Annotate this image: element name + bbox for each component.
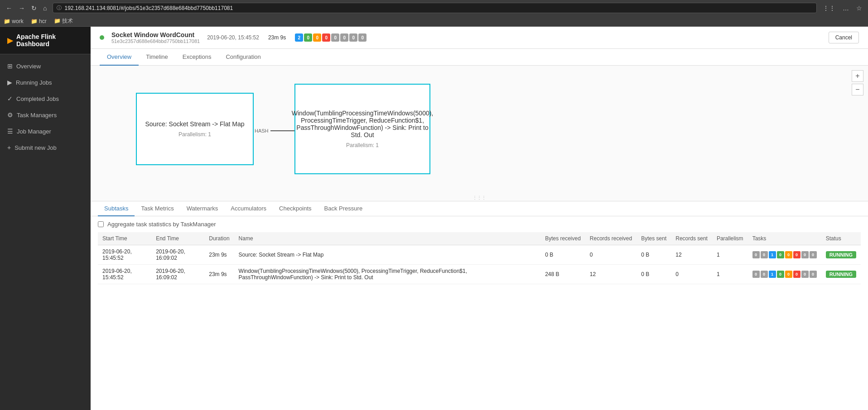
badge-0: 2 — [295, 33, 303, 42]
sidebar-label-completed-jobs: Completed Jobs — [16, 95, 59, 102]
zoom-out-button[interactable]: − — [852, 84, 863, 95]
job-duration: 23m 9s — [268, 34, 286, 41]
data-table: Start Time End Time Duration Name Bytes … — [98, 232, 861, 284]
menu-button[interactable]: … — [840, 4, 851, 13]
job-manager-icon: ☰ — [7, 128, 13, 135]
subtab-checkpoints[interactable]: Checkpoints — [273, 201, 318, 216]
window-node-label: Window(TumblingProcessingTimeWindows(500… — [292, 110, 434, 138]
subtab-back-pressure[interactable]: Back Pressure — [318, 201, 369, 216]
tab-exceptions[interactable]: Exceptions — [175, 49, 219, 66]
cell-1-row-1: 2019-06-20, 16:09:02 — [151, 265, 204, 284]
col-name: Name — [234, 232, 541, 245]
zoom-in-button[interactable]: + — [852, 70, 863, 82]
tab-configuration[interactable]: Configuration — [218, 49, 268, 66]
badge-3: 0 — [322, 33, 330, 42]
table-row: 2019-06-20, 15:45:522019-06-20, 16:09:02… — [98, 245, 861, 265]
col-records-received: Records received — [585, 232, 637, 245]
aggregate-checkbox[interactable] — [98, 221, 104, 227]
cancel-button[interactable]: Cancel — [829, 32, 859, 43]
browser-nav-buttons: ← → ↻ ⌂ — [4, 4, 49, 13]
extensions-button[interactable]: ⋮⋮ — [820, 4, 838, 13]
job-meta: 2019-06-20, 15:45:52 23m 9s 2 0 0 0 0 0 … — [207, 33, 366, 42]
cell-tasks-row-0: 00100000 — [748, 245, 821, 265]
tab-overview[interactable]: Overview — [100, 49, 139, 66]
graph-controls: + − — [852, 70, 863, 95]
graph-node-source[interactable]: Source: Socket Stream -> Flat Map Parall… — [136, 93, 254, 165]
home-button[interactable]: ⌂ — [41, 4, 49, 13]
sidebar-item-completed-jobs[interactable]: ✓ Completed Jobs — [0, 91, 91, 107]
subtab-task-metrics[interactable]: Task Metrics — [135, 201, 180, 216]
bookmark-work[interactable]: 📁 work — [4, 17, 24, 25]
cell-1-row-0: 2019-06-20, 16:09:02 — [151, 245, 204, 265]
address-text: 192.168.241.134:8081/#/jobs/51e3c2357d68… — [64, 5, 233, 11]
cell-8-row-1: 1 — [712, 265, 748, 284]
bookmark-tech[interactable]: 📁 技术 — [54, 17, 73, 25]
sidebar-item-running-jobs[interactable]: ▶ Running Jobs — [0, 74, 91, 91]
badge-1: 0 — [304, 33, 312, 42]
cell-6-row-0: 0 B — [637, 245, 671, 265]
bottom-panel: Subtasks Task Metrics Watermarks Accumul… — [91, 201, 868, 410]
graph-node-window[interactable]: Window(TumblingProcessingTimeWindows(500… — [294, 84, 430, 174]
bookmark-hcr[interactable]: 📁 hcr — [31, 17, 47, 25]
tab-timeline[interactable]: Timeline — [139, 49, 175, 66]
cell-5-row-1: 12 — [585, 265, 637, 284]
col-tasks: Tasks — [748, 232, 821, 245]
back-button[interactable]: ← — [4, 4, 14, 13]
cell-status-row-0: RUNNING — [821, 245, 861, 265]
subtab-watermarks[interactable]: Watermarks — [180, 201, 225, 216]
sidebar-item-job-manager[interactable]: ☰ Job Manager — [0, 123, 91, 139]
subtab-subtasks[interactable]: Subtasks — [98, 201, 135, 216]
sidebar-item-submit-job[interactable]: + Submit new Job — [0, 139, 91, 156]
cell-0-row-1: 2019-06-20, 15:45:52 — [98, 265, 151, 284]
badge-2: 0 — [313, 33, 321, 42]
cell-6-row-1: 0 B — [637, 265, 671, 284]
job-info: Socket Window WordCount 51e3c2357d688e68… — [100, 31, 366, 44]
badge-4: 0 — [331, 33, 339, 42]
sidebar-label-running-jobs: Running Jobs — [16, 79, 52, 86]
lock-icon: ⓘ — [57, 5, 62, 11]
browser-right-buttons: ⋮⋮ … ☆ — [820, 4, 864, 13]
cell-7-row-0: 12 — [671, 245, 712, 265]
job-id: 51e3c2357d688e684bbd7750bb117081 — [111, 38, 200, 44]
subtab-accumulators[interactable]: Accumulators — [224, 201, 273, 216]
sidebar-label-submit-job: Submit new Job — [14, 144, 57, 151]
main-content: Socket Window WordCount 51e3c2357d688e68… — [91, 27, 868, 410]
submit-job-icon: + — [7, 144, 11, 151]
reload-button[interactable]: ↻ — [29, 4, 39, 13]
window-node-parallelism: Parallelism: 1 — [346, 142, 379, 148]
col-bytes-sent: Bytes sent — [637, 232, 671, 245]
table-row: 2019-06-20, 15:45:522019-06-20, 16:09:02… — [98, 265, 861, 284]
sidebar-title: Apache Flink Dashboard — [16, 33, 83, 48]
resize-handle[interactable]: ⋮⋮⋮ — [472, 194, 487, 201]
col-end-time: End Time — [151, 232, 204, 245]
overview-icon: ⊞ — [7, 62, 13, 70]
app-container: ▶ Apache Flink Dashboard ⊞ Overview ▶ Ru… — [0, 27, 868, 410]
col-status: Status — [821, 232, 861, 245]
sidebar: ▶ Apache Flink Dashboard ⊞ Overview ▶ Ru… — [0, 27, 91, 410]
task-managers-icon: ⚙ — [7, 111, 13, 119]
aggregate-label: Aggregate task statistics by TaskManager — [107, 221, 216, 228]
sidebar-label-overview: Overview — [16, 63, 41, 70]
cell-8-row-0: 1 — [712, 245, 748, 265]
badge-5: 0 — [340, 33, 348, 42]
browser-chrome: ← → ↻ ⌂ ⓘ 192.168.241.134:8081/#/jobs/51… — [0, 0, 868, 16]
address-bar[interactable]: ⓘ 192.168.241.134:8081/#/jobs/51e3c2357d… — [53, 3, 817, 13]
cell-3-row-1: Window(TumblingProcessingTimeWindows(500… — [234, 265, 541, 284]
sidebar-item-task-managers[interactable]: ⚙ Task Managers — [0, 107, 91, 123]
cell-status-row-1: RUNNING — [821, 265, 861, 284]
sidebar-label-task-managers: Task Managers — [17, 112, 57, 119]
cell-5-row-0: 0 — [585, 245, 637, 265]
sidebar-item-overview[interactable]: ⊞ Overview — [0, 58, 91, 74]
bookmarks-bar: 📁 work 📁 hcr 📁 技术 — [0, 16, 868, 27]
source-node-label: Source: Socket Stream -> Flat Map — [145, 120, 244, 128]
col-parallelism: Parallelism — [712, 232, 748, 245]
job-title: Socket Window WordCount — [111, 31, 200, 38]
aggregate-row: Aggregate task statistics by TaskManager — [98, 221, 861, 228]
completed-jobs-icon: ✓ — [7, 95, 13, 102]
bookmark-button[interactable]: ☆ — [854, 4, 864, 13]
cell-3-row-0: Source: Socket Stream -> Flat Map — [234, 245, 541, 265]
table-area: Aggregate task statistics by TaskManager… — [91, 216, 868, 410]
cell-tasks-row-1: 00100000 — [748, 265, 821, 284]
forward-button[interactable]: → — [16, 4, 27, 13]
flink-logo-icon: ▶ — [7, 36, 13, 45]
